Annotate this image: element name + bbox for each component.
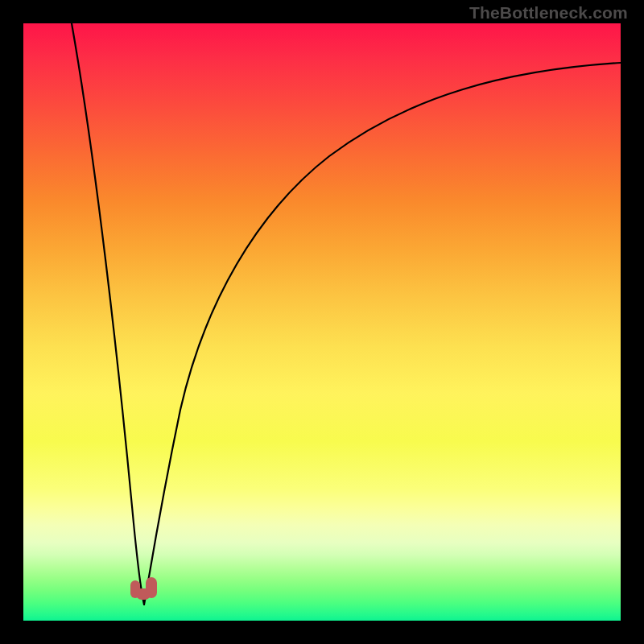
- marker-blob-icon: [146, 577, 157, 598]
- brand-watermark: TheBottleneck.com: [469, 3, 628, 23]
- right-branch-curve: [144, 63, 621, 605]
- curve-layer: [23, 23, 621, 621]
- left-branch-curve: [72, 23, 144, 605]
- plot-area: [23, 23, 621, 621]
- chart-frame: TheBottleneck.com: [0, 0, 644, 644]
